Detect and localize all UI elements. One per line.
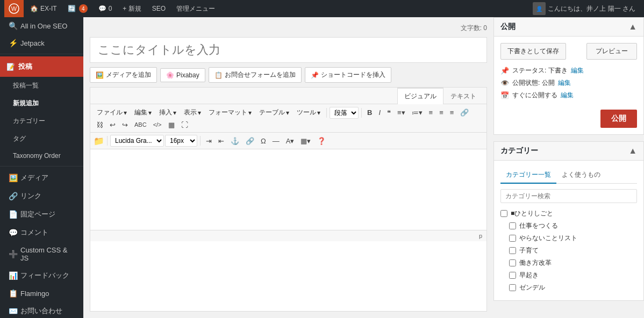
category-item[interactable]: やらないことリスト: [500, 232, 637, 244]
toolbar-table-btn[interactable]: ▦: [166, 120, 177, 130]
editor-body[interactable]: [90, 149, 486, 230]
category-item[interactable]: 働き方改革: [500, 257, 637, 269]
toolbar2-table2[interactable]: ▦▾: [298, 136, 313, 146]
toolbar-blockquote[interactable]: ❝: [384, 107, 393, 118]
toolbar-format[interactable]: フォーマット▾: [205, 106, 255, 119]
sidebar-item-feedback[interactable]: 📊 フィードバック: [0, 266, 83, 285]
sidebar-item-links[interactable]: 🔗 リンク: [0, 187, 83, 205]
publish-metabox-header[interactable]: 公開 ▲: [494, 18, 643, 37]
toolbar-unlink[interactable]: ⛓: [94, 120, 106, 130]
sidebar-item-comments[interactable]: 💬 コメント: [0, 223, 83, 242]
category-item[interactable]: ■ひとりしごと: [500, 207, 637, 220]
status-edit-link[interactable]: 編集: [571, 66, 584, 75]
publish-metabox-body: 下書きとして保存 プレビュー 📌 ステータス: 下書き 編集 👁️ 公開状態: …: [494, 37, 643, 134]
toolbar-ol[interactable]: ≔▾: [409, 107, 425, 118]
sidebar-item-jetpack[interactable]: ⚡ Jetpack: [0, 34, 83, 52]
sidebar-posts-header[interactable]: 📝 投稿: [0, 56, 83, 77]
shortcode-btn[interactable]: 📌 ショートコードを挿入: [305, 67, 391, 83]
aio-seo-icon: 🔍: [9, 21, 17, 30]
font-size-select[interactable]: 16px: [165, 135, 197, 147]
toolbar2-outdent[interactable]: ⇤: [216, 136, 227, 146]
toolbar-insert[interactable]: 挿入▾: [156, 106, 180, 119]
toolbar-view[interactable]: 表示▾: [181, 106, 204, 119]
sidebar-item-posts-list[interactable]: 投稿一覧: [0, 77, 83, 95]
sidebar-item-taxonomy-order[interactable]: Taxonomy Order: [0, 148, 83, 164]
toolbar2-indent[interactable]: ⇥: [203, 136, 214, 146]
toolbar2-anchor[interactable]: ⚓: [228, 136, 242, 146]
toolbar-align-right[interactable]: ≡: [447, 107, 457, 118]
toolbar-link[interactable]: 🔗: [457, 107, 471, 118]
sidebar-item-categories[interactable]: カテゴリー: [0, 112, 83, 130]
updates-btn[interactable]: 🔄 4: [63, 0, 92, 17]
toolbar-file[interactable]: ファイル▾: [94, 106, 130, 119]
sidebar-item-media[interactable]: 🖼️ メディア: [0, 169, 83, 187]
category-label: 働き方改革: [519, 258, 552, 268]
new-post-btn[interactable]: + 新規: [118, 0, 145, 17]
add-media-btn[interactable]: 🖼️ メディアを追加: [90, 67, 157, 83]
toolbar-align-left[interactable]: ≡: [426, 107, 436, 118]
toolbar-ul[interactable]: ≡▾: [395, 107, 408, 118]
post-title-input[interactable]: [90, 37, 487, 63]
preview-btn[interactable]: プレビュー: [586, 43, 637, 60]
comments-icon: 💬: [98, 5, 106, 12]
sidebar-item-tags[interactable]: タグ: [0, 130, 83, 148]
toolbar-bold[interactable]: B: [364, 107, 375, 118]
site-name[interactable]: 🏠 EX-IT: [26, 0, 61, 17]
category-label: ■ひとりしごと: [511, 209, 553, 218]
sidebar-item-new-post[interactable]: 新規追加: [0, 95, 83, 112]
toolbar2-color[interactable]: A▾: [283, 136, 297, 146]
categories-metabox: カテゴリー ▲ カテゴリー一覧 よく使うもの ■ひとりしごと仕事をつくるやらない…: [493, 141, 644, 301]
toolbar2-hr[interactable]: —: [270, 136, 282, 146]
schedule-row: 📅 すぐに公開する 編集: [500, 91, 637, 100]
paragraph-select[interactable]: 段落: [330, 107, 359, 119]
toolbar2-link2[interactable]: 🔗: [243, 136, 257, 146]
tinymce-toolbar-1: ファイル▾ 編集▾ 挿入▾ 表示▾ フォーマット▾ テーブル: [90, 104, 486, 133]
font-name-select[interactable]: Lucida Gra...: [110, 135, 164, 147]
category-item[interactable]: 子育て: [500, 244, 637, 257]
toolbar-edit[interactable]: 編集▾: [131, 106, 155, 119]
add-form-btn[interactable]: 📋 お問合せフォームを追加: [209, 67, 302, 83]
toolbar-italic[interactable]: I: [376, 107, 383, 118]
category-search[interactable]: [500, 189, 637, 203]
category-item[interactable]: 仕事をつくる: [500, 220, 637, 232]
tab-visual[interactable]: ビジュアル: [397, 88, 443, 104]
schedule-edit-link[interactable]: 編集: [561, 91, 574, 100]
user-greeting[interactable]: 👤 こんにちは、井ノ上 陽一 さん: [528, 0, 640, 17]
toolbar2-char[interactable]: Ω: [258, 136, 269, 146]
categories-metabox-header[interactable]: カテゴリー ▲: [494, 142, 643, 161]
toolbar-fullscreen[interactable]: ⛶: [178, 120, 191, 130]
comments-btn[interactable]: 💬 0: [94, 0, 117, 17]
wp-logo[interactable]: W: [4, 0, 24, 17]
toolbar-redo[interactable]: ↪: [119, 120, 131, 130]
save-draft-btn[interactable]: 下書きとして保存: [500, 43, 566, 60]
sidebar-item-flamingo[interactable]: 📋 Flamingo: [0, 285, 83, 302]
admin-menu-btn[interactable]: 管理メニュー: [172, 0, 219, 17]
toolbar-tools[interactable]: ツール▾: [294, 106, 324, 119]
categories-toggle[interactable]: ▲: [628, 146, 637, 156]
toolbar-html[interactable]: </>: [151, 120, 164, 129]
visibility-edit-link[interactable]: 編集: [558, 78, 571, 88]
publish-btn[interactable]: 公開: [600, 110, 637, 128]
category-tabs: カテゴリー一覧 よく使うもの: [500, 167, 637, 184]
tab-text[interactable]: テキスト: [443, 88, 483, 104]
toolbar2-help[interactable]: ❓: [314, 136, 328, 146]
sidebar-item-aio-seo[interactable]: 🔍 All in One SEO: [0, 17, 83, 34]
tab-common-categories[interactable]: よく使うもの: [556, 167, 606, 184]
editor-container: ビジュアル テキスト ファイル▾ 編集▾ 挿入▾: [90, 87, 487, 312]
category-item[interactable]: 早起き: [500, 269, 637, 281]
seo-btn[interactable]: SEO: [148, 0, 170, 17]
sidebar-item-pages[interactable]: 📄 固定ページ: [0, 205, 83, 223]
publish-toggle[interactable]: ▲: [628, 22, 637, 32]
form-icon: 📋: [214, 71, 223, 79]
pixabay-btn[interactable]: 🌸 Pixabay: [160, 68, 205, 82]
wp-icon: W: [9, 3, 19, 14]
category-item[interactable]: ゼンデル: [500, 281, 637, 294]
toolbar-align-center[interactable]: ≡: [437, 107, 446, 118]
toolbar-table[interactable]: テーブル▾: [256, 106, 292, 119]
tab-all-categories[interactable]: カテゴリー一覧: [500, 167, 556, 184]
char-count: 文字数: 0: [90, 24, 487, 33]
sidebar-item-contact[interactable]: ✉️ お問い合わせ: [0, 302, 83, 318]
sidebar-item-custom-css[interactable]: ➕ Custom CSS & JS: [0, 242, 83, 266]
toolbar-spellcheck[interactable]: ABC: [132, 120, 149, 129]
toolbar-undo[interactable]: ↩: [107, 120, 118, 130]
